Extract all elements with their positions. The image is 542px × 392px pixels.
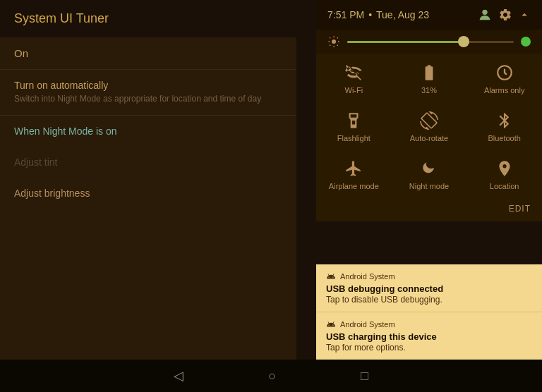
flashlight-label: Flashlight (337, 134, 371, 142)
svg-point-1 (332, 39, 336, 44)
adjust-brightness-setting[interactable]: Adjust brightness (0, 178, 296, 209)
notif-title-2: USB charging this device (326, 331, 532, 342)
adjust-tint-setting: Adjust tint (0, 147, 296, 178)
wifi-off-icon (344, 63, 363, 82)
wifi-label: Wi-Fi (345, 86, 363, 94)
qs-tile-airplane[interactable]: Airplane mode (316, 149, 392, 197)
qs-tile-autorotate[interactable]: Auto-rotate (392, 102, 467, 149)
edit-button[interactable]: EDIT (509, 204, 531, 214)
notif-source-1: Android System (340, 272, 395, 281)
notif-header-1: Android System (326, 271, 532, 281)
account-icon[interactable] (477, 7, 493, 23)
bottom-nav: ◁ ○ □ (0, 360, 542, 392)
home-button[interactable]: ○ (268, 369, 276, 384)
setting-title: Turn on automatically (14, 80, 282, 91)
brightness-row[interactable] (316, 30, 542, 54)
qs-tile-nightmode[interactable]: Night mode (392, 149, 467, 197)
android-system-icon-2 (326, 319, 336, 329)
notifications-panel: Android System USB debugging connected T… (316, 264, 542, 360)
back-button[interactable]: ◁ (174, 368, 183, 384)
notif-title-1: USB debugging connected (326, 283, 532, 294)
setting-subtitle: Switch into Night Mode as appropriate fo… (14, 93, 282, 105)
notif-source-2: Android System (340, 320, 395, 329)
wifi-status-dot (521, 37, 531, 47)
autorotate-label: Auto-rotate (410, 134, 448, 142)
qs-edit-row: EDIT (316, 197, 542, 221)
location-icon (495, 159, 514, 178)
when-night-mode-setting[interactable]: When Night Mode is on (0, 116, 296, 147)
quick-settings-panel: 7:51 PM • Tue, Aug 23 (316, 0, 542, 221)
autorotate-icon (420, 111, 438, 130)
qs-dot: • (368, 9, 372, 20)
qs-header: 7:51 PM • Tue, Aug 23 (316, 0, 542, 30)
on-toggle-row: On (0, 37, 296, 70)
settings-icon[interactable] (498, 8, 512, 22)
brightness-slider[interactable] (347, 41, 514, 43)
brightness-icon (327, 35, 340, 48)
qs-tile-battery[interactable]: 31% (392, 54, 467, 102)
bluetooth-icon (495, 111, 514, 130)
qs-tile-location[interactable]: Location (466, 149, 542, 197)
qs-tile-flashlight[interactable]: Flashlight (316, 102, 392, 149)
svg-point-0 (482, 10, 487, 15)
qs-tiles-grid: Wi-Fi 31% Alarms only (316, 54, 542, 197)
airplane-icon (344, 159, 363, 178)
qs-time-area: 7:51 PM • Tue, Aug 23 (327, 9, 429, 20)
qs-tile-wifi[interactable]: Wi-Fi (316, 54, 392, 102)
qs-header-icons (477, 7, 531, 23)
airplane-label: Airplane mode (329, 182, 379, 190)
brightness-thumb (458, 36, 469, 47)
left-panel: System UI Tuner On Turn on automatically… (0, 0, 296, 360)
svg-line-4 (505, 73, 506, 74)
nightmode-icon (420, 159, 438, 178)
notification-item-2[interactable]: Android System USB charging this device … (316, 312, 542, 360)
battery-label: 31% (421, 86, 437, 94)
battery-icon (420, 63, 438, 82)
notification-item-1[interactable]: Android System USB debugging connected T… (316, 264, 542, 312)
notif-desc-1: Tap to disable USB debugging. (326, 295, 532, 305)
notif-header-2: Android System (326, 319, 532, 329)
bluetooth-label: Bluetooth (488, 134, 520, 142)
notif-desc-2: Tap for more options. (326, 343, 532, 353)
app-title: System UI Tuner (0, 0, 296, 37)
qs-tile-alarms[interactable]: Alarms only (466, 54, 542, 102)
alarms-label: Alarms only (484, 86, 524, 94)
nightmode-label: Night mode (409, 182, 449, 190)
alarm-icon (495, 63, 514, 82)
qs-date: Tue, Aug 23 (376, 9, 429, 20)
brightness-fill (347, 41, 464, 43)
qs-tile-bluetooth[interactable]: Bluetooth (466, 102, 542, 149)
qs-time: 7:51 PM (327, 9, 364, 20)
location-label: Location (490, 182, 519, 190)
collapse-icon[interactable] (518, 8, 531, 21)
recents-button[interactable]: □ (361, 369, 368, 384)
flashlight-icon (344, 111, 363, 130)
turn-on-auto-setting[interactable]: Turn on automatically Switch into Night … (0, 70, 296, 116)
android-system-icon-1 (326, 271, 336, 281)
